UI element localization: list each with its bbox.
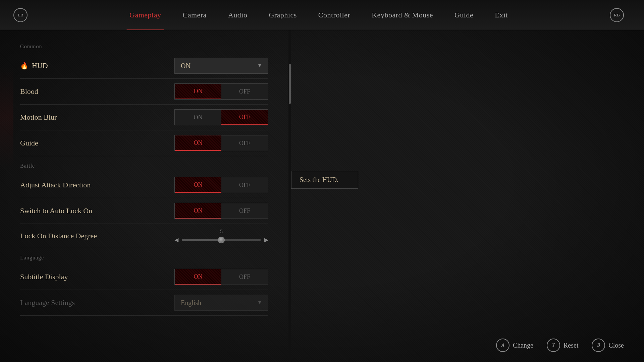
setting-name-blood: Blood: [20, 87, 38, 96]
slider-value: 5: [220, 229, 223, 235]
setting-row-auto-lock: Switch to Auto Lock On ON OFF: [20, 198, 268, 224]
nav-items: Gameplay Camera Audio Graphics Controlle…: [34, 0, 603, 30]
nav-item-keyboard-mouse[interactable]: Keyboard & Mouse: [361, 0, 444, 30]
slider-right-arrow[interactable]: ▶: [264, 237, 268, 243]
language-dropdown[interactable]: English ▼: [174, 295, 268, 311]
setting-row-blood: Blood ON OFF: [20, 79, 268, 105]
scrollbar-track[interactable]: [288, 30, 291, 362]
b-button-icon[interactable]: B: [592, 339, 605, 352]
settings-panel: Common 🔥 HUD ON ▼ Blood ON OFF: [0, 30, 288, 362]
lock-distance-slider: 5 ◀ ▶: [174, 229, 268, 243]
change-action: A Change: [496, 339, 533, 352]
flame-icon: 🔥: [20, 62, 29, 70]
setting-name-motion-blur: Motion Blur: [20, 113, 57, 122]
setting-name-lock-distance: Lock On Distance Degree: [20, 232, 97, 240]
section-common: Common: [20, 44, 268, 50]
tooltip-box: Sets the HUD.: [291, 171, 358, 189]
nav-item-gameplay[interactable]: Gameplay: [119, 0, 172, 30]
nav-item-camera[interactable]: Camera: [172, 0, 217, 30]
setting-row-adjust-attack: Adjust Attack Direction ON OFF: [20, 172, 268, 198]
nav-item-audio[interactable]: Audio: [217, 0, 258, 30]
y-button-icon[interactable]: Y: [547, 339, 560, 352]
close-action: B Close: [592, 339, 624, 352]
change-label: Change: [513, 342, 533, 349]
rb-button[interactable]: RB: [610, 8, 624, 22]
slider-fill: [182, 239, 221, 241]
blood-toggle: ON OFF: [174, 83, 268, 100]
guide-off-button[interactable]: OFF: [221, 135, 268, 151]
reset-action: Y Reset: [547, 339, 578, 352]
slider-thumb[interactable]: [218, 237, 225, 243]
subtitle-off-button[interactable]: OFF: [221, 269, 268, 285]
setting-name-auto-lock: Switch to Auto Lock On: [20, 206, 92, 215]
setting-row-language-settings: Language Settings English ▼: [20, 290, 268, 316]
guide-on-button[interactable]: ON: [175, 135, 221, 151]
main-content: Common 🔥 HUD ON ▼ Blood ON OFF: [0, 30, 644, 362]
setting-row-guide: Guide ON OFF: [20, 130, 268, 156]
a-button-icon[interactable]: A: [496, 339, 509, 352]
auto-lock-toggle: ON OFF: [174, 203, 268, 219]
section-battle: Battle: [20, 163, 268, 169]
nav-item-graphics[interactable]: Graphics: [258, 0, 307, 30]
adjust-attack-toggle: ON OFF: [174, 177, 268, 193]
guide-toggle: ON OFF: [174, 135, 268, 151]
reset-label: Reset: [564, 342, 578, 349]
setting-name-adjust-attack: Adjust Attack Direction: [20, 181, 91, 189]
motion-blur-toggle: ON OFF: [174, 109, 268, 125]
nav-item-guide[interactable]: Guide: [444, 0, 484, 30]
auto-lock-off-button[interactable]: OFF: [221, 203, 268, 219]
auto-lock-on-button[interactable]: ON: [175, 203, 221, 219]
slider-track[interactable]: [182, 239, 261, 241]
setting-row-subtitle: Subtitle Display ON OFF: [20, 264, 268, 290]
bottom-bar: A Change Y Reset B Close: [496, 339, 624, 352]
nav-item-controller[interactable]: Controller: [308, 0, 361, 30]
adjust-attack-on-button[interactable]: ON: [175, 177, 221, 193]
section-language: Language: [20, 255, 268, 261]
setting-name-guide: Guide: [20, 139, 38, 147]
subtitle-on-button[interactable]: ON: [175, 269, 221, 285]
setting-row-lock-distance: Lock On Distance Degree 5 ◀ ▶: [20, 224, 268, 248]
language-chevron-down-icon: ▼: [257, 300, 262, 305]
adjust-attack-off-button[interactable]: OFF: [221, 177, 268, 193]
close-label: Close: [608, 342, 624, 349]
nav-item-exit[interactable]: Exit: [484, 0, 519, 30]
setting-name-hud: 🔥 HUD: [20, 61, 48, 70]
scrollbar-thumb[interactable]: [289, 64, 291, 104]
motion-blur-off-button[interactable]: OFF: [221, 110, 268, 125]
right-panel: Sets the HUD.: [291, 30, 644, 362]
blood-on-button[interactable]: ON: [175, 84, 221, 99]
subtitle-toggle: ON OFF: [174, 269, 268, 285]
setting-row-hud: 🔥 HUD ON ▼: [20, 53, 268, 79]
navbar: LB Gameplay Camera Audio Graphics Contro…: [0, 0, 644, 30]
setting-name-language-settings: Language Settings: [20, 298, 75, 307]
blood-off-button[interactable]: OFF: [221, 84, 268, 99]
hud-dropdown[interactable]: ON ▼: [174, 58, 268, 74]
slider-left-arrow[interactable]: ◀: [174, 237, 178, 243]
setting-row-motion-blur: Motion Blur ON OFF: [20, 105, 268, 130]
lb-button[interactable]: LB: [13, 8, 28, 22]
motion-blur-on-button[interactable]: ON: [175, 110, 221, 125]
setting-name-subtitle: Subtitle Display: [20, 273, 68, 281]
chevron-down-icon: ▼: [257, 63, 262, 68]
